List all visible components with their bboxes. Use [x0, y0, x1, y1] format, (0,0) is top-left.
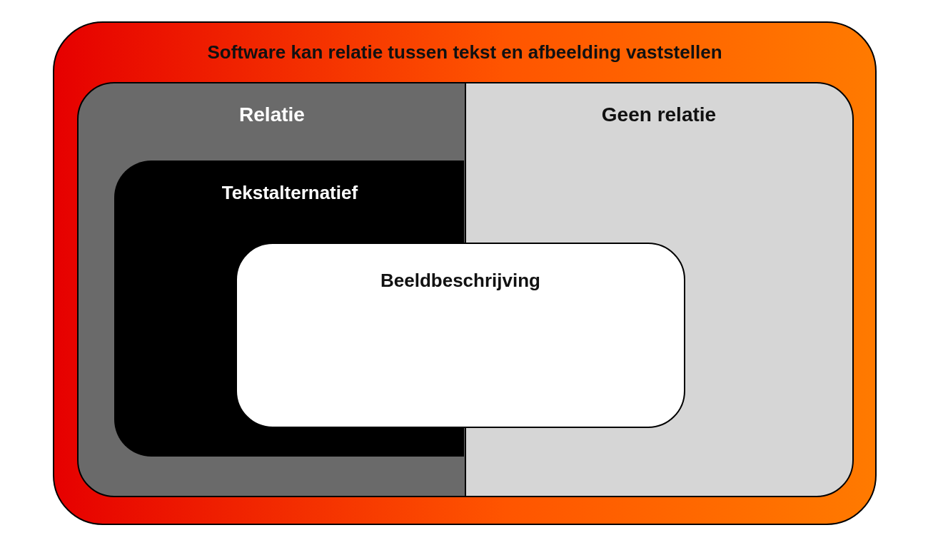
split-right-label: Geen relatie [465, 103, 852, 126]
split-left-label: Relatie [79, 103, 465, 126]
beeldbeschrijving-box: Beeldbeschrijving [236, 243, 685, 428]
diagram-canvas: Software kan relatie tussen tekst en afb… [0, 0, 928, 560]
outer-title: Software kan relatie tussen tekst en afb… [54, 41, 875, 63]
beeldbeschrijving-label: Beeldbeschrijving [237, 270, 684, 292]
tekstalternatief-label: Tekstalternatief [116, 182, 464, 204]
